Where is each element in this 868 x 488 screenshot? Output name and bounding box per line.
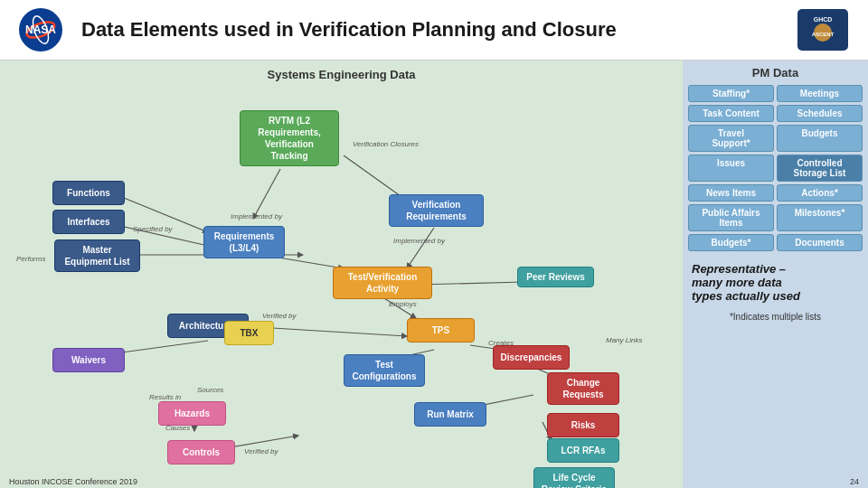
results-in-label: Results in: [149, 393, 181, 401]
lcr-rfas-node: LCR RFAs: [547, 438, 619, 463]
tbx-node: TBX: [224, 321, 274, 345]
se-data-label: Systems Engineering Data: [7, 68, 675, 81]
performs-label: Performs: [16, 255, 45, 263]
pm-item-staffing: Staffing*: [688, 85, 774, 102]
waivers-node: Waivers: [52, 348, 125, 372]
test-verification-activity-node: Test/Verification Activity: [333, 267, 432, 299]
tps-node: TPS: [407, 318, 475, 343]
right-logo-icon: GHCD ASCENT: [796, 7, 850, 52]
specified-by-label: Specified by: [133, 225, 173, 233]
discrepancies-node: Discrepancies: [493, 345, 570, 370]
pm-item-documents: Documents: [777, 234, 863, 251]
hazards-node: Hazards: [158, 401, 226, 426]
pm-item-milestones: Milestones*: [777, 204, 863, 231]
peer-reviews-node: Peer Reviews: [517, 267, 594, 287]
pm-item-actions: Actions*: [777, 184, 863, 202]
pm-item-issues: Issues: [688, 155, 774, 182]
pm-item-public-affairs: Public AffairsItems: [688, 204, 774, 231]
footer-page: 24: [850, 477, 859, 486]
pm-item-news-items: News Items: [688, 184, 774, 202]
svg-text:NASA: NASA: [25, 23, 56, 36]
implemented-by-label-1: Implemented by: [231, 212, 282, 221]
requirements-node: Requirements (L3/L4): [203, 226, 285, 258]
life-cycle-review-criteria-node: Life Cycle Review Criteria: [533, 467, 615, 488]
pm-item-travel-support: TravelSupport*: [688, 125, 774, 152]
pm-item-task-content: Task Content: [688, 105, 774, 122]
verification-requirements-node: Verification Requirements: [389, 194, 484, 227]
svg-line-16: [258, 327, 407, 336]
svg-line-11: [253, 169, 280, 219]
many-links-label: Many Links: [606, 336, 642, 344]
risks-node: Risks: [547, 413, 619, 437]
pm-data-section: PM Data Staffing* Meetings Task Content …: [683, 61, 868, 488]
controls-node: Controls: [167, 440, 235, 465]
interfaces-node: Interfaces: [52, 210, 125, 234]
main-content: Systems Engineering Data: [0, 61, 868, 488]
functions-node: Functions: [52, 181, 125, 205]
nasa-logo-icon: NASA: [18, 7, 63, 52]
svg-line-14: [407, 228, 434, 268]
header: NASA Data Elements used in Verification …: [0, 0, 868, 61]
pm-item-schedules: Schedules: [777, 105, 863, 122]
run-matrix-node: Run Matrix: [414, 402, 486, 427]
employs-label: Employs: [389, 300, 417, 308]
sources-label: Sources: [197, 386, 223, 394]
causes-label: Causes: [165, 424, 190, 432]
svg-text:ASCENT: ASCENT: [812, 32, 835, 37]
svg-line-25: [416, 282, 524, 285]
master-equipment-list-node: Master Equipment List: [54, 239, 140, 272]
pm-data-label: PM Data: [688, 66, 863, 80]
verification-closures-label: Verification Closures: [353, 140, 419, 148]
representative-text: Representative –many more datatypes actu…: [688, 258, 863, 306]
pm-note: *Indicates multiple lists: [688, 312, 863, 322]
pm-item-budgets-star: Budgets*: [688, 234, 774, 251]
implemented-by-label-2: Implemented by: [393, 237, 445, 245]
svg-text:GHCD: GHCD: [814, 16, 833, 23]
verified-by-label-1: Verified by: [262, 312, 297, 320]
change-requests-node: Change Requests: [547, 372, 619, 405]
page-title: Data Elements used in Verification Plann…: [81, 18, 796, 42]
rvtm-node: RVTM (L2 Requirements, Verification Trac…: [240, 110, 339, 166]
pm-item-budgets: Budgets: [777, 125, 863, 152]
pm-item-meetings: Meetings: [777, 85, 863, 102]
footer-conference: Houston INCOSE Conference 2019: [9, 477, 137, 486]
test-configurations-node: Test Configurations: [344, 354, 425, 387]
pm-grid: Staffing* Meetings Task Content Schedule…: [688, 85, 863, 251]
pm-item-controlled-storage: ControlledStorage List: [777, 155, 863, 182]
se-data-section: Systems Engineering Data: [0, 61, 683, 488]
verified-by-label-2: Verified by: [244, 447, 278, 455]
